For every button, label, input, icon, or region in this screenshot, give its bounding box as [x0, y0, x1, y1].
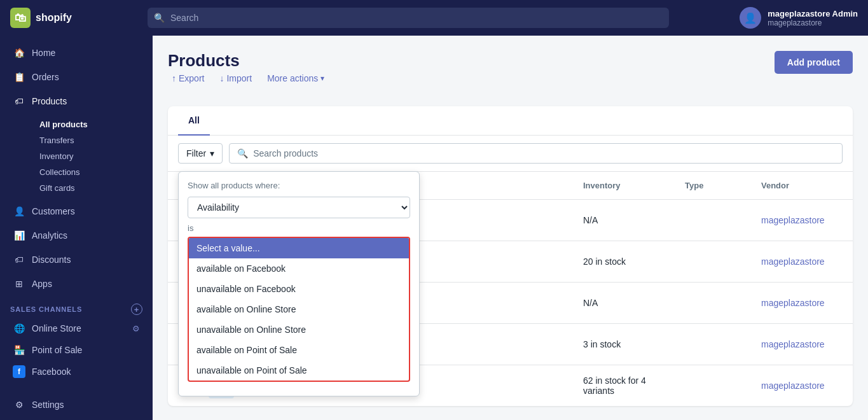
- import-button[interactable]: ↓ Import: [216, 71, 256, 86]
- sidebar-item-customers[interactable]: 👤 Customers: [3, 199, 150, 223]
- search-products-input[interactable]: [253, 148, 834, 158]
- sidebar-item-label: Orders: [32, 72, 59, 82]
- col-header-vendor: Vendor: [751, 172, 853, 200]
- row-vendor: mageplazastore: [751, 241, 853, 283]
- sidebar-item-analytics[interactable]: 📊 Analytics: [3, 223, 150, 248]
- apps-icon: ⊞: [13, 277, 25, 290]
- row-type: [675, 283, 751, 324]
- sidebar-item-point-of-sale[interactable]: 🏪 Point of Sale: [3, 339, 150, 361]
- discounts-icon: 🏷: [13, 253, 25, 266]
- avatar[interactable]: 👤: [740, 7, 761, 29]
- pos-left: 🏪 Point of Sale: [13, 344, 82, 356]
- settings-label: Settings: [32, 400, 64, 410]
- sidebar-item-products[interactable]: 🏷 Products: [3, 89, 150, 113]
- facebook-left: f Facebook: [13, 365, 71, 378]
- add-product-button[interactable]: Add product: [775, 51, 853, 74]
- page-title: Products: [168, 51, 328, 71]
- value-option-unavailable-facebook[interactable]: unavailable on Facebook: [189, 279, 409, 299]
- sidebar-item-settings[interactable]: ⚙ Settings: [3, 393, 150, 417]
- add-sales-channel-button[interactable]: +: [131, 304, 142, 315]
- filter-dropdown-title: Show all products where:: [188, 181, 410, 190]
- sidebar-sub-all-products[interactable]: All products: [29, 116, 153, 132]
- sidebar-item-label: Analytics: [32, 230, 67, 241]
- value-option-available-online[interactable]: available on Online Store: [189, 299, 409, 319]
- sidebar-item-orders[interactable]: 📋 Orders: [3, 65, 150, 89]
- sidebar-item-label: Apps: [32, 279, 52, 289]
- import-arrow-icon: ↓: [219, 73, 224, 83]
- online-store-icon: 🌐: [13, 322, 25, 335]
- shopify-logo-icon: 🛍: [10, 8, 31, 28]
- logo-text: shopify: [36, 12, 72, 24]
- channel-label: Online Store: [32, 323, 81, 333]
- sidebar-item-label: Products: [32, 96, 67, 106]
- main-layout: 🏠 Home 📋 Orders 🏷 Products All products …: [0, 36, 868, 420]
- vendor-link[interactable]: mageplazastore: [761, 381, 825, 391]
- logo-area: 🛍 shopify: [10, 8, 137, 28]
- user-info: mageplazastore Admin mageplazastore: [768, 9, 858, 27]
- online-store-settings-icon[interactable]: ⚙: [132, 324, 140, 333]
- sidebar-sub-gift-cards[interactable]: Gift cards: [29, 180, 153, 196]
- sidebar-sub-inventory[interactable]: Inventory: [29, 148, 153, 164]
- vendor-link[interactable]: mageplazastore: [761, 215, 825, 225]
- row-vendor: mageplazastore: [751, 200, 853, 241]
- tabs-bar: All: [168, 106, 853, 136]
- search-bar[interactable]: 🔍: [148, 8, 669, 28]
- search-input[interactable]: [148, 8, 669, 28]
- search-icon: 🔍: [154, 13, 165, 23]
- row-vendor: mageplazastore: [751, 283, 853, 324]
- row-type: [675, 200, 751, 241]
- sidebar-item-home[interactable]: 🏠 Home: [3, 41, 150, 65]
- point-of-sale-icon: 🏪: [13, 344, 25, 356]
- search-products-field[interactable]: 🔍: [229, 143, 843, 164]
- toolbar: ↑ Export ↓ Import More actions ▾: [168, 71, 328, 86]
- filter-chevron-icon: ▾: [210, 148, 214, 158]
- value-option-available-pos[interactable]: available on Point of Sale: [189, 340, 409, 360]
- row-type: [675, 241, 751, 283]
- row-inventory: 62 in stock for 4 variants: [573, 365, 675, 407]
- sidebar-sub-collections[interactable]: Collections: [29, 164, 153, 180]
- value-select-wrap: Select a value... available on Facebook …: [188, 237, 410, 382]
- facebook-icon: f: [13, 365, 25, 378]
- sidebar-sub-transfers[interactable]: Transfers: [29, 132, 153, 148]
- left-header: Products ↑ Export ↓ Import More actions …: [168, 51, 328, 96]
- sidebar-item-discounts[interactable]: 🏷 Discounts: [3, 248, 150, 272]
- row-type: [675, 365, 751, 407]
- value-option-select[interactable]: Select a value...: [189, 238, 409, 258]
- top-navigation: 🛍 shopify 🔍 👤 mageplazastore Admin magep…: [0, 0, 868, 36]
- sidebar-item-label: Home: [32, 48, 55, 58]
- vendor-link[interactable]: mageplazastore: [761, 339, 825, 349]
- vendor-link[interactable]: mageplazastore: [761, 298, 825, 308]
- settings-icon: ⚙: [13, 398, 25, 411]
- sidebar: 🏠 Home 📋 Orders 🏷 Products All products …: [0, 36, 153, 420]
- sidebar-item-online-store[interactable]: 🌐 Online Store ⚙: [3, 318, 150, 339]
- user-area: 👤 mageplazastore Admin mageplazastore: [740, 7, 858, 29]
- sidebar-item-apps[interactable]: ⊞ Apps: [3, 272, 150, 296]
- user-name: mageplazastore Admin: [768, 9, 858, 18]
- value-dropdown-list: Select a value... available on Facebook …: [188, 237, 410, 382]
- sales-channels-label: SALES CHANNELS: [10, 305, 82, 313]
- vendor-link[interactable]: mageplazastore: [761, 256, 825, 267]
- customers-icon: 👤: [13, 205, 25, 218]
- filter-label: Filter: [186, 148, 206, 158]
- export-button[interactable]: ↑ Export: [168, 71, 208, 86]
- filter-button[interactable]: Filter ▾: [178, 143, 223, 164]
- value-option-unavailable-online[interactable]: unavailable on Online Store: [189, 319, 409, 340]
- row-vendor: mageplazastore: [751, 365, 853, 407]
- user-store: mageplazastore: [768, 18, 858, 27]
- sidebar-item-label: Discounts: [32, 255, 71, 265]
- tab-all[interactable]: All: [178, 106, 210, 136]
- page-header: Products ↑ Export ↓ Import More actions …: [168, 51, 853, 96]
- row-inventory: 20 in stock: [573, 241, 675, 283]
- products-submenu: All products Transfers Inventory Collect…: [0, 113, 153, 199]
- content-area: Products ↑ Export ↓ Import More actions …: [153, 36, 868, 420]
- export-arrow-icon: ↑: [172, 73, 176, 83]
- sidebar-item-facebook[interactable]: f Facebook: [3, 361, 150, 382]
- value-option-unavailable-pos[interactable]: unavailable on Point of Sale: [189, 360, 409, 381]
- sales-channels-header: SALES CHANNELS +: [0, 296, 153, 318]
- more-actions-button[interactable]: More actions ▾: [263, 71, 328, 86]
- filter-dropdown: Show all products where: Availability is…: [178, 171, 420, 396]
- row-inventory: N/A: [573, 200, 675, 241]
- products-card: All Filter ▾ 🔍 Show all products where: …: [168, 106, 853, 406]
- filter-field-select[interactable]: Availability: [188, 197, 410, 218]
- value-option-available-facebook[interactable]: available on Facebook: [189, 258, 409, 279]
